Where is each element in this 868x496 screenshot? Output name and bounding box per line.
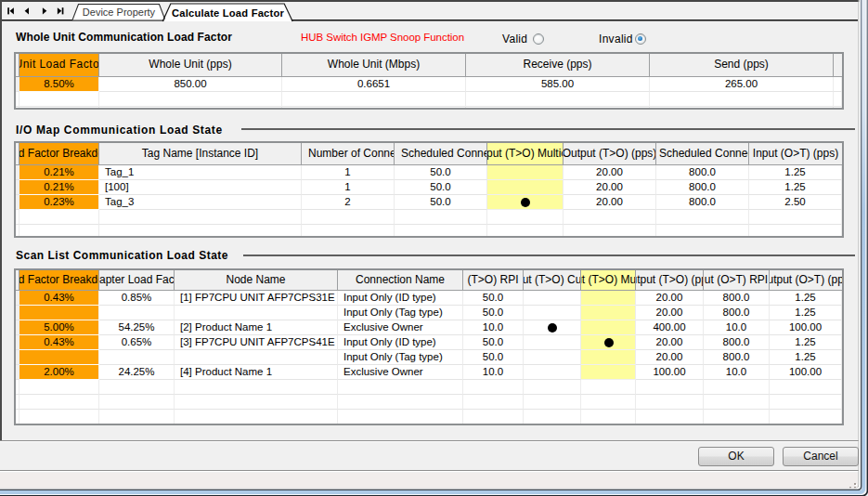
svg-text:Calculate Load Factor: Calculate Load Factor <box>172 7 285 19</box>
svg-text:Device Property: Device Property <box>83 7 156 18</box>
